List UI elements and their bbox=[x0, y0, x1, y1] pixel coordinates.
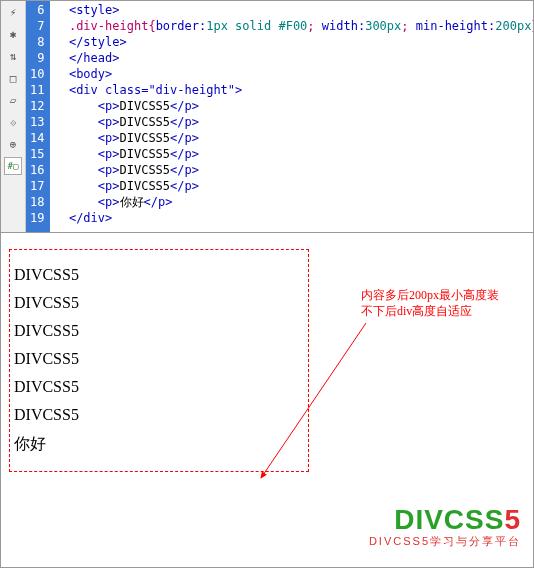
code-line[interactable]: <style> bbox=[54, 2, 529, 18]
line-number: 15 bbox=[30, 146, 44, 162]
code-token: <p> bbox=[98, 130, 120, 146]
code-token: <p> bbox=[98, 178, 120, 194]
code-token: </p> bbox=[170, 146, 199, 162]
code-line[interactable]: </head> bbox=[54, 50, 529, 66]
code-line[interactable]: <p>DIVCSS5</p> bbox=[54, 130, 529, 146]
code-token: DIVCSS5 bbox=[120, 130, 171, 146]
code-token: .div-height bbox=[69, 18, 148, 34]
code-token: 300px bbox=[365, 18, 401, 34]
code-token: border: bbox=[156, 18, 207, 34]
logo-text-green: DIVCSS bbox=[394, 504, 504, 535]
editor-gutter-toolbar: ⚡ ✱ ⇅ □ ▱ ⟐ ⊕ #▢ bbox=[1, 1, 26, 232]
gutter-icon-tag[interactable]: #▢ bbox=[4, 157, 22, 175]
logo-main: DIVCSS5 bbox=[369, 504, 521, 536]
code-token: </p> bbox=[170, 162, 199, 178]
code-token: DIVCSS5 bbox=[120, 162, 171, 178]
code-token: </div> bbox=[69, 210, 112, 226]
code-editor-pane: ⚡ ✱ ⇅ □ ▱ ⟐ ⊕ #▢ 67891011121314151617181… bbox=[1, 1, 533, 233]
annotation-line: 不下后div高度自适应 bbox=[361, 303, 499, 319]
code-token: min-height: bbox=[416, 18, 495, 34]
preview-paragraph: DIVCSS5 bbox=[14, 294, 304, 312]
line-number: 11 bbox=[30, 82, 44, 98]
app-window: ⚡ ✱ ⇅ □ ▱ ⟐ ⊕ #▢ 67891011121314151617181… bbox=[0, 0, 534, 568]
code-token: <p> bbox=[98, 194, 120, 210]
line-number: 19 bbox=[30, 210, 44, 226]
code-line[interactable]: <p>DIVCSS5</p> bbox=[54, 162, 529, 178]
code-line[interactable]: <body> bbox=[54, 66, 529, 82]
line-number: 12 bbox=[30, 98, 44, 114]
code-area[interactable]: 678910111213141516171819 <style> .div-he… bbox=[26, 1, 533, 232]
code-token: <p> bbox=[98, 162, 120, 178]
code-line[interactable]: <p>DIVCSS5</p> bbox=[54, 146, 529, 162]
code-token: 200px bbox=[495, 18, 531, 34]
code-token: 你好 bbox=[120, 194, 144, 210]
line-number: 10 bbox=[30, 66, 44, 82]
code-token: width: bbox=[322, 18, 365, 34]
line-number: 7 bbox=[30, 18, 44, 34]
line-number: 18 bbox=[30, 194, 44, 210]
gutter-icon[interactable]: ▱ bbox=[4, 91, 22, 109]
code-token: { bbox=[148, 18, 155, 34]
code-token: <p> bbox=[98, 146, 120, 162]
code-token: } bbox=[531, 18, 533, 34]
code-content[interactable]: <style> .div-height{border:1px solid #F0… bbox=[50, 1, 533, 232]
code-token: ; bbox=[307, 18, 321, 34]
code-token: </p> bbox=[144, 194, 173, 210]
code-token: <p> bbox=[98, 98, 120, 114]
code-token: DIVCSS5 bbox=[120, 178, 171, 194]
preview-paragraph: DIVCSS5 bbox=[14, 266, 304, 284]
code-token: DIVCSS5 bbox=[120, 98, 171, 114]
code-token: </p> bbox=[170, 114, 199, 130]
gutter-icon[interactable]: ⊕ bbox=[4, 135, 22, 153]
line-number: 16 bbox=[30, 162, 44, 178]
line-number-gutter: 678910111213141516171819 bbox=[26, 1, 50, 232]
logo-subtitle: DIVCSS5学习与分享平台 bbox=[369, 534, 521, 549]
code-token: <p> bbox=[98, 114, 120, 130]
code-line[interactable]: <p>DIVCSS5</p> bbox=[54, 98, 529, 114]
code-token: </p> bbox=[170, 178, 199, 194]
code-token: <div class="div-height"> bbox=[69, 82, 242, 98]
code-token: 1px solid #F00 bbox=[206, 18, 307, 34]
code-line[interactable]: <p>DIVCSS5</p> bbox=[54, 114, 529, 130]
line-number: 14 bbox=[30, 130, 44, 146]
gutter-icon[interactable]: ✱ bbox=[4, 25, 22, 43]
logo: DIVCSS5 DIVCSS5学习与分享平台 bbox=[369, 504, 521, 549]
gutter-icon[interactable]: ⚡ bbox=[4, 3, 22, 21]
line-number: 17 bbox=[30, 178, 44, 194]
annotation-text: 内容多后200px最小高度装 不下后div高度自适应 bbox=[361, 287, 499, 319]
logo-text-red: 5 bbox=[504, 504, 521, 535]
code-token: DIVCSS5 bbox=[120, 146, 171, 162]
code-token: </style> bbox=[69, 34, 127, 50]
gutter-icon[interactable]: ⟐ bbox=[4, 113, 22, 131]
code-token: </p> bbox=[170, 98, 199, 114]
preview-paragraph: DIVCSS5 bbox=[14, 378, 304, 396]
preview-paragraph: DIVCSS5 bbox=[14, 406, 304, 424]
code-line[interactable]: </style> bbox=[54, 34, 529, 50]
code-line[interactable]: <div class="div-height"> bbox=[54, 82, 529, 98]
code-token: </p> bbox=[170, 130, 199, 146]
gutter-icon[interactable]: □ bbox=[4, 69, 22, 87]
code-line[interactable]: </div> bbox=[54, 210, 529, 226]
line-number: 6 bbox=[30, 2, 44, 18]
code-token: DIVCSS5 bbox=[120, 114, 171, 130]
code-line[interactable]: .div-height{border:1px solid #F00; width… bbox=[54, 18, 529, 34]
preview-paragraph: DIVCSS5 bbox=[14, 322, 304, 340]
line-number: 9 bbox=[30, 50, 44, 66]
code-token: <body> bbox=[69, 66, 112, 82]
code-token: </head> bbox=[69, 50, 120, 66]
code-line[interactable]: <p>DIVCSS5</p> bbox=[54, 178, 529, 194]
code-line[interactable]: <p>你好</p> bbox=[54, 194, 529, 210]
preview-paragraph: DIVCSS5 bbox=[14, 350, 304, 368]
code-token: <style> bbox=[69, 2, 120, 18]
code-token: ; bbox=[401, 18, 415, 34]
gutter-icon[interactable]: ⇅ bbox=[4, 47, 22, 65]
preview-paragraph: 你好 bbox=[14, 434, 304, 455]
div-height-preview: DIVCSS5DIVCSS5DIVCSS5DIVCSS5DIVCSS5DIVCS… bbox=[9, 249, 309, 472]
annotation-line: 内容多后200px最小高度装 bbox=[361, 287, 499, 303]
preview-pane: DIVCSS5DIVCSS5DIVCSS5DIVCSS5DIVCSS5DIVCS… bbox=[1, 233, 533, 567]
line-number: 13 bbox=[30, 114, 44, 130]
line-number: 8 bbox=[30, 34, 44, 50]
